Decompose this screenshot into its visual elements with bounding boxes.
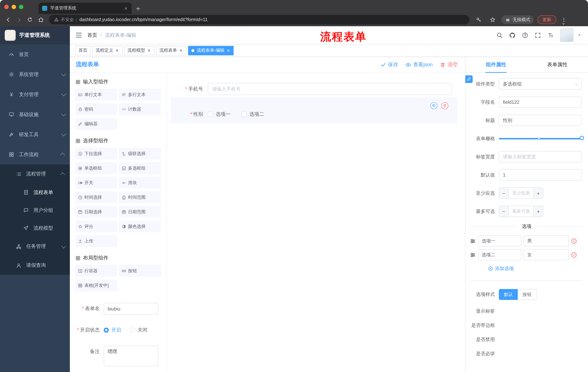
save-button[interactable]: 保存 (380, 61, 398, 68)
hamburger-icon[interactable] (70, 26, 87, 44)
tag-process-form-edit[interactable]: 流程表单-编辑× (188, 46, 234, 55)
form-grid-slider[interactable] (499, 133, 581, 144)
gender-option-1[interactable]: 选项一 (208, 111, 231, 117)
avatar[interactable] (560, 28, 573, 42)
close-icon[interactable]: × (179, 48, 183, 53)
forward-icon[interactable] (14, 15, 24, 24)
sidebar-item-user-group[interactable]: 用户分组 (0, 201, 70, 219)
gender-option-2[interactable]: 选项二 (242, 111, 264, 117)
palette-item-editor[interactable]: 编辑器 (75, 118, 117, 130)
close-icon[interactable]: × (147, 48, 151, 53)
tag-process-model[interactable]: 流程模型× (124, 46, 154, 55)
breadcrumb-home[interactable]: 首页 (87, 32, 97, 38)
sidebar-item-system[interactable]: 系统管理 (0, 64, 70, 85)
copy-field-button[interactable] (430, 102, 437, 109)
sidebar-item-infra[interactable]: 基础设施 (0, 105, 70, 125)
phone-input[interactable] (208, 83, 452, 95)
palette-item-date-range[interactable]: 日期范围 (119, 206, 161, 218)
remark-textarea[interactable]: 嘿嘿 (104, 346, 158, 366)
url-bar[interactable]: 不安全 | dashboard.yudao.iocoder.cn/bpm/man… (49, 15, 469, 24)
default-value-input[interactable] (499, 169, 581, 181)
palette-item-button[interactable]: 按钮 (119, 265, 161, 277)
sidebar-item-leave-query[interactable]: 请假查询 (0, 256, 70, 275)
plus-button[interactable]: + (533, 188, 543, 198)
sidebar-item-task-management[interactable]: 任务管理 (0, 237, 70, 256)
browser-menu-icon[interactable] (560, 14, 567, 25)
back-icon[interactable] (3, 15, 13, 24)
max-select-value[interactable]: 最多可选 (509, 206, 533, 217)
style-button-button[interactable]: 按钮 (518, 289, 537, 300)
fullscreen-icon[interactable] (535, 32, 541, 38)
palette-item-table[interactable]: 表格[开发中] (75, 279, 117, 291)
close-icon[interactable]: × (226, 48, 231, 53)
status-radio-off[interactable]: 关闭 (130, 327, 147, 333)
palette-item-multi-text[interactable]: 多行文本 (119, 89, 161, 100)
sidebar-item-process-model[interactable]: 流程模型 (0, 219, 70, 237)
plus-button[interactable]: + (533, 206, 543, 217)
palette-item-time-picker[interactable]: 时间选择 (75, 191, 117, 203)
component-type-select[interactable]: 多选框组 (499, 78, 581, 90)
key-icon[interactable] (474, 15, 484, 24)
palette-item-time-range[interactable]: 时间范围 (119, 191, 161, 203)
minus-button[interactable]: − (499, 188, 509, 198)
tag-process-form[interactable]: 流程表单× (156, 46, 186, 55)
title-input[interactable] (499, 115, 581, 126)
palette-item-slider[interactable]: 滑块 (119, 177, 161, 189)
close-icon[interactable]: × (115, 48, 119, 53)
palette-item-select[interactable]: 下拉选择 (75, 148, 117, 159)
field-name-input[interactable] (499, 96, 581, 108)
drag-handle-icon[interactable] (470, 238, 476, 244)
palette-item-color-picker[interactable]: 颜色选择 (119, 221, 161, 232)
palette-item-date-picker[interactable]: 日期选择 (75, 206, 117, 218)
option-value-input[interactable] (524, 249, 569, 260)
avatar-caret-icon[interactable] (578, 33, 581, 37)
close-window-button[interactable] (4, 5, 9, 9)
option-label-input[interactable] (478, 249, 521, 260)
palette-item-cascader[interactable]: 级联选择 (119, 148, 161, 159)
link-icon[interactable] (465, 75, 473, 83)
label-width-input[interactable] (499, 151, 581, 162)
form-name-input[interactable] (104, 303, 158, 315)
canvas-field-phone[interactable]: *手机号 (167, 83, 465, 95)
slider-handle[interactable] (580, 136, 584, 140)
help-icon[interactable] (522, 32, 528, 38)
palette-item-checkbox-group[interactable]: 多选框组 (119, 162, 161, 174)
search-icon[interactable] (496, 32, 503, 38)
sidebar-item-workflow[interactable]: 工作流程 (0, 145, 70, 165)
minus-button[interactable]: − (499, 206, 509, 217)
delete-field-button[interactable] (441, 102, 448, 109)
drag-handle-icon[interactable] (470, 252, 476, 258)
reload-icon[interactable] (25, 15, 35, 24)
option-label-input[interactable] (478, 235, 521, 246)
palette-item-rate[interactable]: 评分 (75, 221, 117, 232)
minimize-window-button[interactable] (12, 5, 16, 9)
clear-button[interactable]: 清空 (440, 61, 458, 68)
remove-option-icon[interactable] (571, 238, 577, 244)
view-json-button[interactable]: 查看json (406, 61, 433, 68)
tag-process-definition[interactable]: 流程定义× (92, 46, 122, 55)
remove-option-icon[interactable] (571, 252, 577, 258)
tab-component-props[interactable]: 组件属性 (465, 57, 527, 73)
min-select-value[interactable]: 至少应选 (509, 188, 533, 198)
style-default-button[interactable]: 默认 (499, 289, 518, 300)
font-size-icon[interactable] (547, 32, 554, 38)
sidebar-item-process-management[interactable]: 流程管理 (0, 165, 70, 183)
tag-home[interactable]: 首页 (75, 46, 91, 55)
update-button[interactable]: 更新 (537, 15, 556, 24)
sidebar-item-home[interactable]: 首页 (0, 44, 70, 64)
palette-item-upload[interactable]: 上传 (75, 235, 117, 247)
palette-item-counter[interactable]: 123 计数器 (119, 103, 161, 115)
github-icon[interactable] (509, 32, 515, 38)
sidebar-item-devtools[interactable]: 研发工具 (0, 125, 70, 145)
sidebar-item-payment[interactable]: 支付管理 (0, 85, 70, 105)
palette-item-row-container[interactable]: 行容器 (75, 265, 117, 277)
new-tab-button[interactable]: + (136, 5, 140, 12)
palette-item-password[interactable]: 密码 (75, 103, 117, 115)
palette-item-switch[interactable]: 开关 (75, 177, 117, 189)
browser-tab[interactable]: 芋道管理系统 × (39, 2, 132, 14)
canvas-field-gender-selected[interactable]: *性别 选项一 选项二 (171, 97, 457, 123)
home-icon[interactable] (36, 15, 46, 24)
bookmark-star-icon[interactable] (488, 15, 498, 24)
status-radio-on[interactable]: 开启 (104, 327, 121, 333)
add-option-button[interactable]: 添加选项 (488, 265, 588, 272)
